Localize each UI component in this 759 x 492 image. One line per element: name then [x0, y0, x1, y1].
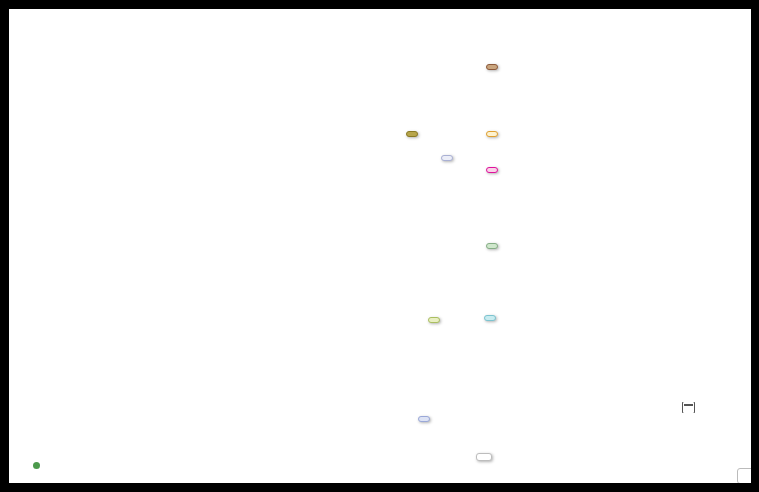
tooltip-new: [441, 155, 453, 161]
range-block: [682, 402, 752, 413]
tooltip-list-price: [486, 64, 498, 70]
frame-top: [0, 0, 759, 9]
frame-left: [0, 0, 9, 492]
tooltip-rating: [484, 315, 496, 321]
charts-canvas[interactable]: [0, 0, 759, 492]
frame-bottom: [0, 483, 759, 492]
tooltip-timestamp: [476, 453, 492, 461]
tooltip-new-offer-count: [418, 416, 430, 422]
frame-right: [751, 0, 759, 492]
tooltip-rating-count: [428, 317, 440, 323]
tab-bar: [16, 30, 34, 54]
calendar-icon: [682, 402, 695, 413]
tooltip-prime-exclusive: [406, 131, 418, 137]
tooltip-amazon: [486, 131, 498, 137]
tooltip-buy-box: [486, 167, 498, 173]
tooltip-sales-rank: [486, 243, 498, 249]
range-label-row: [682, 402, 752, 413]
